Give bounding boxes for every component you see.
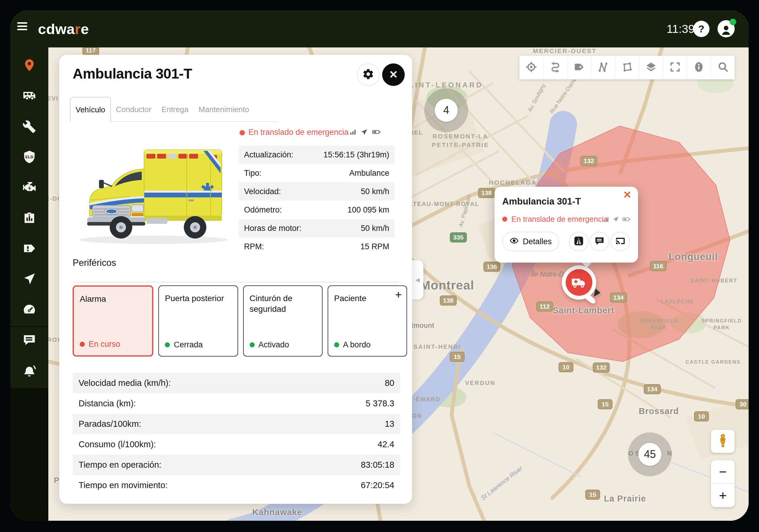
panel-collapse-tab[interactable]: ◀ — [412, 260, 423, 299]
tab-conductor[interactable]: Conductor — [111, 97, 157, 122]
add-icon[interactable]: + — [395, 288, 402, 301]
status-dot — [240, 130, 245, 135]
settings-button[interactable] — [357, 63, 380, 86]
cast-button[interactable] — [611, 232, 630, 251]
route-icon — [549, 61, 561, 74]
close-button[interactable]: ✕ — [382, 63, 405, 86]
sidebar-item-notifications[interactable] — [10, 355, 48, 386]
polygon-icon — [621, 61, 633, 74]
peripheral-status: En curso — [80, 340, 120, 349]
sidebar-item-diagnostics[interactable] — [10, 172, 48, 203]
gps-icon — [612, 216, 619, 224]
sidebar-nav: ELD — [10, 50, 48, 386]
alert-icon — [22, 242, 36, 255]
sidebar-item-dispatch[interactable] — [10, 263, 48, 294]
details-button[interactable]: Detalles — [502, 232, 559, 251]
zoom-out-button[interactable]: − — [711, 460, 735, 484]
map-tool-info[interactable] — [687, 56, 711, 79]
sidebar-item-fleet[interactable] — [10, 80, 48, 111]
map-zoom-controls: − + — [711, 460, 735, 507]
map-tool-locate[interactable] — [519, 56, 543, 79]
fullscreen-icon — [669, 61, 681, 74]
stat-label: Tiempo en movimiento: — [79, 480, 168, 490]
map-tool-search[interactable] — [711, 56, 735, 79]
info-value: 100 095 km — [347, 206, 389, 214]
map-tool-polygon[interactable] — [615, 56, 639, 79]
info-icon — [693, 61, 705, 74]
map-tool-fullscreen[interactable] — [663, 56, 687, 79]
sidebar-item-reports[interactable] — [10, 203, 48, 233]
zoom-in-button[interactable]: + — [711, 484, 735, 507]
peripheral-title: Alarma — [80, 294, 146, 304]
cluster-count: 4 — [435, 99, 458, 122]
sidebar-item-tracking[interactable] — [10, 50, 48, 80]
stat-label: Consumo (l/100km): — [79, 439, 156, 449]
help-button[interactable]: ? — [693, 21, 709, 37]
stat-row-consumo-l-100km: Consumo (l/100km):42.4 — [73, 434, 400, 455]
divider — [10, 388, 48, 389]
stat-row-paradas-100km: Paradas/100km:13 — [73, 414, 400, 434]
eye-icon — [510, 236, 519, 247]
map-tool-polyline[interactable] — [591, 56, 615, 79]
tab-vehi-culo[interactable]: Vehículo — [70, 97, 111, 122]
map-tool-tag[interactable] — [568, 56, 591, 79]
stat-value: 80 — [385, 378, 394, 388]
sidebar-item-maintenance[interactable] — [10, 111, 48, 141]
info-label: Horas de motor: — [244, 224, 301, 233]
details-label: Detalles — [523, 237, 552, 246]
vehicle-marker[interactable] — [558, 263, 603, 307]
street-view-button[interactable] — [711, 430, 735, 453]
status-dot — [334, 342, 339, 347]
message-button[interactable] — [590, 232, 609, 251]
report-icon — [22, 211, 36, 225]
vehicle-status-label: En translado de emergencia — [249, 128, 349, 137]
polyline-icon — [597, 61, 609, 74]
route-button[interactable] — [569, 232, 588, 251]
tag-icon — [573, 61, 585, 74]
truck-icon — [22, 89, 36, 102]
peripheral-card-paciente[interactable]: Paciente+A bordo — [328, 285, 407, 357]
vehicle-popup: ✕ Ambulancia 301-T En translade de emerg… — [495, 187, 638, 263]
person-icon — [720, 23, 733, 37]
peripheral-title: Paciente — [334, 293, 401, 304]
cluster-marker-45[interactable]: 45 — [628, 433, 672, 476]
vehicle-detail-panel: Ambulancia 301-T ✕ VehículoConductorEntr… — [59, 55, 412, 504]
sidebar-item-alerts[interactable] — [10, 233, 48, 263]
peripheral-status: A bordo — [334, 340, 371, 349]
peripheral-card-cinturo-n-de-seguridad[interactable]: Cinturón de seguridadActivado — [243, 285, 323, 357]
sidebar-item-messages[interactable] — [10, 324, 48, 355]
stats-rows: Velocidad media (km/h):80Distancia (km):… — [73, 373, 400, 496]
status-dot — [502, 217, 507, 222]
eld-icon: ELD — [22, 150, 36, 164]
vehicle-photo — [70, 135, 237, 248]
vehicle-status-row: En translado de emergencia — [239, 127, 395, 139]
tab-entrega[interactable]: Entrega — [157, 97, 194, 122]
popup-close-icon[interactable]: ✕ — [623, 190, 632, 200]
status-icons — [349, 128, 381, 137]
info-value: 50 km/h — [361, 187, 389, 196]
peripheral-card-alarma[interactable]: AlarmaEn curso — [73, 285, 153, 357]
info-row-horas-de-motor: Horas de motor:50 km/h — [239, 219, 395, 237]
road-sign-icon — [574, 236, 584, 247]
info-row-tipo: Tipo:Ambulance — [239, 164, 395, 182]
clock: 11:39 — [659, 22, 695, 36]
info-label: Odómetro: — [244, 206, 282, 214]
locate-icon — [525, 61, 537, 74]
online-status-badge — [730, 19, 736, 25]
info-value: Ambulance — [349, 169, 389, 178]
tab-mantenimiento[interactable]: Mantenimiento — [194, 97, 255, 122]
map-tool-route[interactable] — [543, 56, 568, 79]
cluster-marker-4[interactable]: 4 — [424, 88, 468, 132]
info-label: RPM: — [244, 242, 264, 251]
map-tool-layers[interactable] — [639, 56, 663, 79]
peripheral-card-puerta-posterior[interactable]: Puerta posteriorCerrada — [158, 285, 238, 357]
hamburger-menu-icon[interactable] — [17, 21, 27, 31]
peripheral-status-label: Cerrada — [174, 340, 203, 349]
close-icon: ✕ — [389, 68, 398, 81]
sidebar-item-eld[interactable]: ELD — [10, 141, 48, 172]
chat-icon — [594, 236, 605, 247]
info-label: Actualización: — [244, 150, 294, 160]
map-toolbar — [519, 56, 735, 79]
app-logo: cdware — [38, 21, 89, 37]
sidebar-item-performance[interactable] — [10, 294, 48, 324]
